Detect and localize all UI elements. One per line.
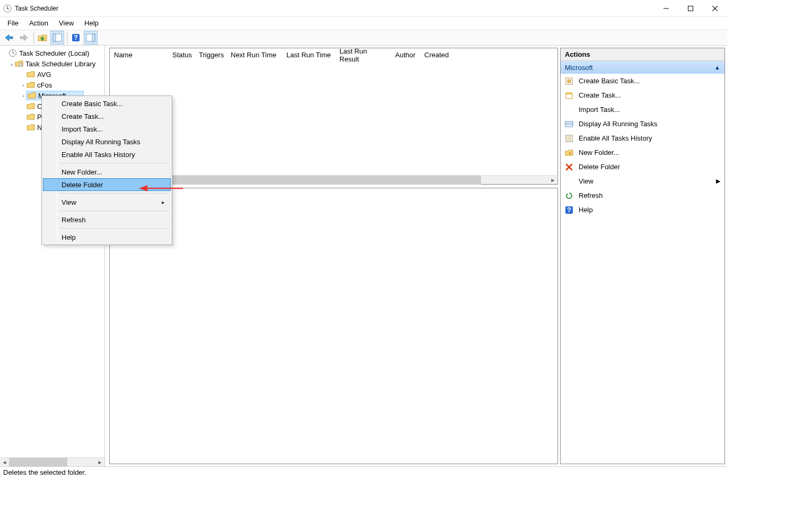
column-last-result[interactable]: Last Run Result [335, 48, 391, 62]
show-tree-button[interactable] [50, 31, 64, 45]
tree-folder-cfos[interactable]: › cFos [0, 80, 104, 90]
library-icon [15, 59, 23, 68]
nav-back-button[interactable] [2, 31, 16, 45]
scroll-right-icon[interactable]: ► [548, 176, 557, 185]
menu-file[interactable]: File [2, 18, 24, 29]
folder-icon [27, 70, 35, 79]
menu-label: Create Task... [62, 112, 104, 120]
menu-help[interactable]: Help [79, 18, 104, 29]
svg-rect-5 [688, 6, 693, 11]
menu-label: New Folder... [62, 168, 102, 176]
context-enable-history[interactable]: Enable All Tasks History [43, 148, 171, 161]
action-delete-folder[interactable]: Delete Folder [561, 160, 724, 174]
expand-icon[interactable]: › [20, 82, 27, 88]
context-menu: Create Basic Task... Create Task... Impo… [41, 95, 172, 245]
action-label: Refresh [579, 191, 603, 199]
import-icon [565, 106, 573, 114]
task-list-body[interactable] [110, 62, 557, 175]
action-create-task[interactable]: Create Task... [561, 88, 724, 102]
action-help[interactable]: ? Help [561, 203, 724, 217]
action-import-task[interactable]: Import Task... [561, 102, 724, 117]
toolbar-separator [67, 32, 67, 43]
tree-library[interactable]: ⌄ Task Scheduler Library [0, 58, 104, 69]
context-delete-folder[interactable]: Delete Folder [43, 178, 171, 191]
tree-folder-avg[interactable]: AVG [0, 69, 104, 80]
action-view[interactable]: View ▶ [561, 174, 724, 188]
collapse-icon[interactable]: ⌄ [8, 60, 15, 67]
svg-rect-23 [566, 93, 572, 94]
tree-label: cFos [37, 81, 52, 89]
context-create-task[interactable]: Create Task... [43, 110, 171, 123]
task-details-panel [109, 188, 558, 464]
actions-header: Actions [561, 48, 724, 61]
action-enable-history[interactable]: Enable All Tasks History [561, 131, 724, 145]
svg-rect-24 [565, 121, 573, 127]
column-created[interactable]: Created [420, 48, 452, 62]
menu-label: Refresh [62, 216, 86, 224]
menu-label: Display All Running Tasks [62, 138, 141, 146]
action-label: Create Task... [579, 91, 621, 99]
minimize-button[interactable] [654, 0, 678, 16]
column-author[interactable]: Author [391, 48, 420, 62]
actions-group-header[interactable]: Microsoft ▲ [561, 61, 724, 74]
column-name[interactable]: Name [110, 48, 168, 62]
svg-text:?: ? [74, 33, 78, 41]
svg-rect-13 [92, 34, 95, 41]
action-refresh[interactable]: Refresh [561, 188, 724, 203]
close-button[interactable] [703, 0, 727, 16]
task-list: Name Status Triggers Next Run Time Last … [109, 48, 558, 185]
maximize-button[interactable] [678, 0, 703, 16]
menu-bar: File Action View Help [0, 17, 727, 30]
menu-view[interactable]: View [54, 18, 79, 29]
refresh-icon [565, 191, 573, 200]
app-icon [3, 4, 12, 13]
tree-root[interactable]: Task Scheduler (Local) [0, 48, 104, 58]
show-actions-button[interactable] [84, 31, 98, 45]
help-button[interactable]: ? [69, 31, 83, 45]
svg-text:?: ? [567, 206, 571, 214]
context-create-basic-task[interactable]: Create Basic Task... [43, 97, 171, 110]
scrollbar-thumb[interactable] [9, 458, 67, 467]
folder-icon [27, 112, 35, 121]
menu-action[interactable]: Action [24, 18, 54, 29]
scroll-right-icon[interactable]: ► [95, 458, 104, 467]
collapse-icon: ▲ [714, 64, 720, 71]
context-new-folder[interactable]: New Folder... [43, 166, 171, 178]
menu-label: Delete Folder [62, 181, 103, 189]
action-new-folder[interactable]: New Folder... [561, 145, 724, 160]
column-headers: Name Status Triggers Next Run Time Last … [110, 48, 557, 62]
column-status[interactable]: Status [168, 48, 195, 62]
tree-horizontal-scrollbar[interactable]: ◄ ► [0, 457, 104, 466]
toolbar: ? [0, 30, 727, 46]
expand-icon[interactable]: › [20, 93, 27, 99]
column-next-run[interactable]: Next Run Time [226, 48, 282, 62]
up-folder-button[interactable] [36, 31, 49, 45]
context-help[interactable]: Help [43, 231, 171, 243]
action-label: Help [579, 206, 593, 214]
column-last-run[interactable]: Last Run Time [282, 48, 335, 62]
action-label: Create Basic Task... [579, 77, 640, 85]
context-refresh[interactable]: Refresh [43, 213, 171, 226]
delete-icon [565, 163, 573, 171]
context-import-task[interactable]: Import Task... [43, 123, 171, 135]
running-tasks-icon [565, 120, 573, 128]
wizard-icon [565, 77, 573, 85]
context-view[interactable]: View▸ [43, 196, 171, 208]
menu-separator [59, 228, 170, 229]
nav-forward-button[interactable] [17, 31, 31, 45]
action-label: Import Task... [579, 106, 620, 114]
scroll-left-icon[interactable]: ◄ [0, 458, 9, 467]
svg-point-21 [567, 80, 571, 83]
action-label: Display All Running Tasks [579, 120, 658, 128]
tree-label: AVG [37, 71, 51, 79]
context-display-running[interactable]: Display All Running Tasks [43, 135, 171, 148]
column-triggers[interactable]: Triggers [195, 48, 226, 62]
menu-separator [59, 211, 170, 211]
action-label: Delete Folder [579, 163, 620, 171]
status-text: Deletes the selected folder. [3, 468, 86, 476]
action-display-running[interactable]: Display All Running Tasks [561, 117, 724, 131]
submenu-arrow-icon: ▶ [716, 178, 720, 185]
list-horizontal-scrollbar[interactable]: ► [110, 175, 557, 184]
new-folder-icon [565, 149, 573, 157]
action-create-basic-task[interactable]: Create Basic Task... [561, 74, 724, 88]
